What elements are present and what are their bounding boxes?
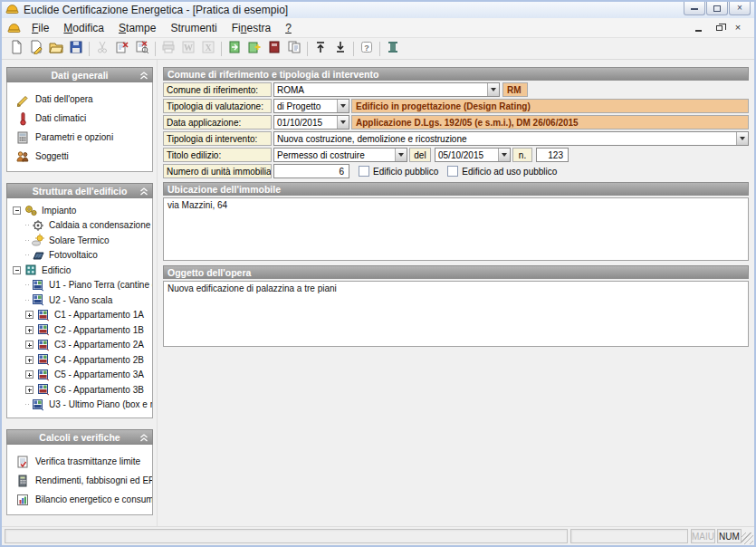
sidebar-item-soggetti[interactable]: Soggetti	[7, 147, 152, 166]
edificio-uso-pubblico-checkbox[interactable]	[447, 166, 458, 177]
mdi-close-button[interactable]: ×	[731, 22, 745, 34]
minimize-icon	[691, 7, 698, 10]
practice-edit-button[interactable]	[26, 40, 46, 58]
tree-node-u2-vano-scala[interactable]: U2 - Vano scala	[7, 293, 152, 308]
menu-item-strumenti[interactable]: Strumenti	[163, 20, 224, 36]
panel-header-calcoli-e-verifiche[interactable]: Calcoli e verifiche	[6, 429, 153, 445]
titolo-data-select[interactable]: 05/10/2015	[435, 148, 511, 162]
menu-item-modifica[interactable]: Modifica	[56, 20, 111, 36]
row-data-applicazione: Data applicazione: 01/10/2015 Applicazio…	[163, 115, 749, 130]
app-helmet-icon	[5, 3, 19, 17]
tipologia-intervento-select[interactable]: Nuova costruzione, demolizione e ricostr…	[273, 131, 749, 146]
tree-node-c1-appartamento-1a[interactable]: C1 - Appartamento 1A	[7, 308, 152, 323]
move-down-button[interactable]	[330, 40, 350, 58]
expand-icon[interactable]	[25, 386, 33, 394]
expand-icon[interactable]	[25, 326, 33, 334]
import-element-button[interactable]	[225, 40, 244, 58]
title-bar[interactable]: Euclide Certificazione Energetica - [Pra…	[2, 2, 754, 18]
edificio-pubblico-checkbox[interactable]	[359, 166, 369, 177]
tree-node-solare-termico[interactable]: Solare Termico	[7, 233, 152, 248]
tree-node-c6-appartamento-3b[interactable]: C6 - Appartamento 3B	[7, 382, 152, 398]
sidebar-item-rendimenti-fabbisogni-ed-ep[interactable]: Rendimenti, fabbisogni ed EP	[7, 471, 152, 490]
sidebar-item-parametri-e-opzioni[interactable]: Parametri e opzioni	[7, 128, 152, 147]
move-down-icon	[333, 40, 348, 58]
panel-body-dati-generali: Dati dell'operaDati climaticiParametri e…	[6, 82, 153, 172]
collapse-chevron-icon[interactable]	[139, 187, 148, 196]
unita-field[interactable]: 6	[273, 164, 349, 178]
replace-delete-button[interactable]	[112, 40, 132, 58]
chevron-down-icon[interactable]	[395, 149, 407, 161]
help-button[interactable]: ?	[357, 40, 377, 58]
sidebar-item-bilancio-energetico-e-consumi[interactable]: Bilancio energetico e consumi	[7, 490, 152, 509]
expand-icon[interactable]	[25, 356, 33, 364]
move-up-button[interactable]	[311, 40, 330, 58]
provincia-field: RM	[502, 82, 528, 97]
sidebar-item-dati-dell-opera[interactable]: Dati dell'opera	[7, 90, 152, 109]
open-folder-button[interactable]	[46, 40, 66, 58]
chevron-down-icon[interactable]	[736, 132, 748, 145]
tree-node-impianto[interactable]: Impianto	[7, 203, 152, 218]
add-element-button[interactable]	[244, 40, 264, 58]
menu-item-stampe[interactable]: Stampe	[111, 20, 163, 36]
panel-header-dati-generali[interactable]: Dati generali	[6, 67, 153, 82]
sidebar-item-verifica-trasmittanze-limite[interactable]: Verifica trasmittanze limite	[7, 452, 152, 471]
menu-item-file[interactable]: File	[24, 20, 56, 36]
sidebar-item-dati-climatici[interactable]: Dati climatici	[7, 109, 152, 128]
tree-node-label: C5 - Appartamento 3A	[54, 369, 144, 379]
new-button[interactable]	[6, 40, 26, 58]
chevron-down-icon[interactable]	[498, 149, 510, 161]
close-button[interactable]: ×	[729, 2, 751, 15]
comune-select[interactable]: ROMA	[273, 82, 500, 97]
mdi-restore-button[interactable]	[711, 22, 725, 34]
duplicate-button[interactable]	[284, 40, 304, 58]
section-header-comune: Comune di riferimento e tipologia di int…	[163, 67, 749, 81]
help-icon: ?	[359, 40, 374, 58]
titolo-numero-field[interactable]: 123	[536, 148, 569, 162]
tree-node-c5-appartamento-3a[interactable]: C5 - Appartamento 3A	[7, 368, 152, 383]
export-pdf-button[interactable]	[264, 40, 284, 58]
find-delete-button[interactable]	[132, 40, 152, 58]
tree-node-edificio[interactable]: Edificio	[7, 263, 152, 278]
tree-node-label: Edificio	[42, 265, 71, 275]
main-area: Dati generaliDati dell'operaDati climati…	[2, 60, 754, 526]
collapse-icon[interactable]	[13, 206, 21, 215]
tree-node-u3-ultimo-piano-box-e-ripo[interactable]: U3 - Ultimo Piano (box e ripo	[7, 398, 152, 413]
app-helmet-icon-small	[7, 22, 21, 34]
toolbar: WX?	[2, 38, 754, 60]
chevron-down-icon[interactable]	[337, 100, 349, 112]
save-button[interactable]	[66, 40, 86, 58]
status-bar: MAIU NUM	[2, 526, 754, 545]
import-element-icon	[227, 40, 242, 58]
tree-node-fotovoltaico[interactable]: Fotovoltaico	[7, 248, 152, 264]
ubicazione-textarea[interactable]: via Mazzini, 64	[163, 197, 749, 261]
titolo-edilizio-select[interactable]: Permesso di costruire	[273, 148, 407, 162]
resize-grip[interactable]	[742, 533, 753, 544]
maximize-button[interactable]	[706, 2, 728, 15]
tipologia-valutazione-select[interactable]: di Progetto	[273, 99, 349, 113]
tree-node-c3-appartamento-2a[interactable]: C3 - Appartamento 2A	[7, 338, 152, 353]
add-element-icon	[247, 40, 262, 58]
data-applicazione-select[interactable]: 01/10/2015	[273, 115, 349, 130]
collapse-chevron-icon[interactable]	[139, 434, 148, 442]
menu-item-finestra[interactable]: Finestra	[225, 20, 278, 36]
menu-item-help[interactable]: ?	[278, 20, 299, 36]
mdi-minimize-button[interactable]	[691, 22, 705, 34]
collapse-icon[interactable]	[13, 266, 21, 274]
tree-node-c2-appartamento-1b[interactable]: C2 - Appartamento 1B	[7, 322, 152, 338]
expand-icon[interactable]	[25, 341, 33, 349]
expand-icon[interactable]	[25, 311, 33, 319]
tree-node-caldaia-a-condensazione[interactable]: Caldaia a condensazione	[7, 218, 152, 234]
sidebar-item-label: Dati dell'opera	[35, 94, 93, 104]
exit-button[interactable]	[383, 40, 403, 58]
minimize-button[interactable]	[684, 2, 705, 15]
duplicate-icon	[287, 40, 301, 58]
panel-header-struttura-dell-edificio[interactable]: Struttura dell'edificio	[6, 183, 153, 198]
oggetto-textarea[interactable]: Nuova edificazione di palazzina a tre pi…	[163, 281, 749, 347]
chevron-down-icon[interactable]	[487, 83, 499, 96]
chevron-down-icon[interactable]	[337, 116, 349, 129]
export-excel-button: X	[198, 40, 218, 58]
expand-icon[interactable]	[25, 370, 33, 379]
tree-node-c4-appartamento-2b[interactable]: C4 - Appartamento 2B	[7, 352, 152, 368]
tree-node-u1-piano-terra-cantine-e[interactable]: U1 - Piano Terra (cantine e	[7, 278, 152, 293]
collapse-chevron-icon[interactable]	[139, 72, 148, 80]
